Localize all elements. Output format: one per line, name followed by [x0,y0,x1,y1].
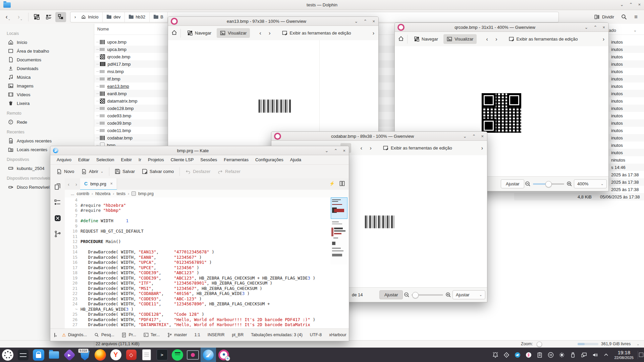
zoom-slider[interactable] [412,294,443,296]
toolbar-overflow-icon[interactable]: › [373,30,375,36]
zoom-slider[interactable] [533,183,564,185]
toolbar-overflow-icon[interactable]: › [603,36,605,42]
kate-minimap[interactable] [331,197,347,264]
clipboard-icon[interactable] [536,352,543,358]
telegram-icon[interactable] [514,352,521,358]
zoom-in-icon[interactable] [567,181,573,187]
brightness-icon[interactable] [558,352,565,358]
sidebar-item-ini-cio[interactable]: Início [0,38,94,47]
edit-tools-button[interactable]: Exibir as ferramentas de edição [279,28,355,38]
taskbar-firefox-app[interactable] [93,348,108,362]
browse-tab[interactable]: Navegar [184,28,215,38]
edit-tools-button[interactable]: Exibir as ferramentas de edição [380,143,455,153]
menu-selection[interactable]: Selection [93,156,117,164]
tab-bmp-prg[interactable]: C bmp.prg × [80,178,117,190]
breadcrumb-home[interactable]: Início [77,12,103,22]
bell-icon[interactable] [492,352,499,358]
chevron-down-icon[interactable]: ⌄ [637,342,639,346]
close-icon[interactable]: × [602,25,605,29]
menu-ajuda[interactable]: Ajuda [287,156,304,164]
git-panel-icon[interactable] [54,215,61,223]
clock[interactable]: 19:18 22/08/2025 [614,350,634,360]
zoom-value-combo[interactable]: 400%⌄ [574,179,607,188]
sidebar-item-a-rea-de-trabalho[interactable]: Área de trabalho [0,47,94,55]
quick-open-icon[interactable]: ⚡ [329,181,335,187]
zoom-out-icon[interactable] [404,292,410,298]
kate-editor[interactable]: 45#require "hbzebra"6#require "hbbmp"78#… [65,197,349,329]
taskbar-gwenview-app[interactable]: + [216,348,231,362]
save-as-button[interactable]: Salvar como [139,167,177,176]
sidebar-item-lixeira[interactable]: Lixeira [0,99,94,108]
edit-tools-button[interactable]: Exibir as ferramentas de edição [505,34,581,44]
next-image-icon[interactable]: › [266,30,273,37]
taskbar-shield-app[interactable]: 9.018 [77,348,93,362]
next-image-icon[interactable]: › [367,145,374,152]
annotation-icon[interactable] [54,333,55,337]
breadcrumb-root-chevron[interactable]: › [70,12,77,22]
taskbar-document-app[interactable] [139,348,154,362]
maximize-icon[interactable]: ⌃ [334,148,338,153]
display-icon[interactable] [581,352,587,358]
fit-button[interactable]: Ajustar [501,179,524,188]
hamburger-menu-icon[interactable]: ≡ [631,12,641,22]
menu-ir[interactable]: Ir [136,156,144,164]
status-diagno-s[interactable]: ⚠Diagnós... [58,333,91,338]
close-icon[interactable]: × [481,134,484,138]
tab-forward-icon[interactable]: › [72,181,80,187]
sidebar-item-downloads[interactable]: Downloads [0,64,94,73]
kdeconnect-icon[interactable] [503,352,510,358]
free-space-status[interactable]: 361,9 GiB livres [601,342,631,346]
view-tab[interactable]: Visualizar [443,34,477,44]
previous-image-icon[interactable]: ‹ [257,30,264,37]
close-icon[interactable]: × [638,2,641,7]
new-button[interactable]: Novo [54,167,77,176]
pause-icon[interactable] [547,352,554,358]
volume-icon[interactable] [592,352,598,358]
minimize-icon[interactable]: ⌄ [463,134,467,138]
zoom-mode-combo[interactable]: Ajustar⌄ [452,290,485,299]
status-pt-br[interactable]: pt_BR [228,333,247,337]
taskbar-dolphin-app[interactable] [46,348,62,362]
breadcrumb-dev[interactable]: dev [103,12,125,22]
sidebar-item-vi-deos[interactable]: Vídeos [0,90,94,99]
maximize-icon[interactable]: ⌃ [629,2,633,7]
menu-editar[interactable]: Editar [75,156,93,164]
taskbar-yandex-browser-app[interactable]: Y [108,348,123,362]
view-tab[interactable]: Visualizar [217,28,250,38]
close-icon[interactable]: × [343,148,345,153]
yandex-icon[interactable] [525,352,532,358]
status-1-1[interactable]: 1:1 [191,333,204,337]
taskbar-terminal-app[interactable]: > [154,348,170,362]
maximize-icon[interactable]: ⌃ [364,19,367,23]
minimize-icon[interactable]: ⌄ [585,25,588,29]
menu-sesso-es[interactable]: Sessões [197,156,220,164]
status-pr[interactable]: Pr... [118,333,140,338]
home-icon[interactable] [398,36,404,42]
taskbar-spotify-app[interactable] [170,348,185,362]
undo-button[interactable]: Desfazer [182,167,213,176]
toolbar-overflow-icon[interactable]: › [481,145,484,151]
previous-image-icon[interactable]: ‹ [358,145,365,152]
fit-button[interactable]: Ajustar [379,290,403,299]
split-view-icon[interactable] [339,181,345,187]
split-button[interactable]: Dividir [591,12,617,21]
dolphin-titlebar[interactable]: tests — Dolphin ⌄ ⌃ × [0,0,644,10]
status-xharbour[interactable]: xHarbour [325,333,350,337]
tab-back-icon[interactable]: ‹ [65,181,72,187]
menu-ferramentas[interactable]: Ferramentas [221,156,252,164]
menu-configurac-o-es[interactable]: Configurações [252,156,286,164]
menu-projetos[interactable]: Projetos [145,156,167,164]
taskbar-app-launcher[interactable] [0,348,15,362]
column-header-nome[interactable]: Nome [97,26,109,32]
branch-panel-icon[interactable] [54,230,61,239]
codabar-titlebar[interactable]: codabar.bmp - 89x38 - 100% — Gwenview ⌄ … [271,132,487,141]
compact-view-button[interactable] [43,12,54,22]
taskbar-settings-app[interactable] [15,348,31,362]
search-icon[interactable] [619,12,629,22]
save-button[interactable]: Salvar [112,167,138,176]
home-icon[interactable] [171,30,177,36]
minimize-icon[interactable]: ⌄ [355,19,358,23]
menu-cliente-lsp[interactable]: Cliente LSP [168,156,197,164]
zoom-in-icon[interactable] [445,292,451,298]
tab-close-icon[interactable]: × [110,181,113,186]
